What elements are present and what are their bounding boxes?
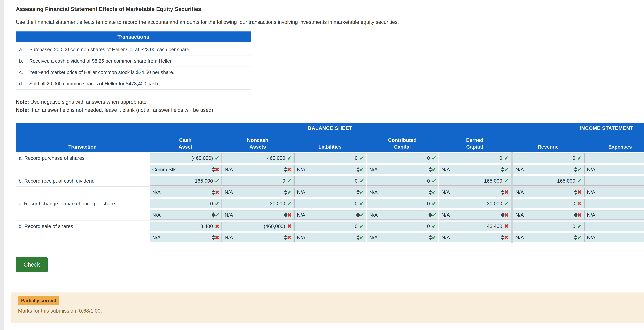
account-select-cell[interactable]: N/A✖ — [222, 210, 294, 220]
amount-input-cell[interactable]: 0✔ — [439, 153, 511, 163]
transaction-label-cell: c. Record change in market price per sha… — [16, 198, 150, 209]
amount-input-cell[interactable]: 30,000✔ — [439, 199, 511, 208]
account-select-cell[interactable]: N/A✔ — [294, 233, 366, 242]
correct-check-icon: ✔ — [577, 167, 582, 173]
amount-value: (460,000) — [264, 224, 285, 229]
amount-value: 165,000 — [557, 178, 575, 184]
account-value: N/A — [516, 190, 524, 195]
amount-input-cell[interactable]: 0✔ — [367, 176, 438, 186]
amount-input-cell[interactable]: 43,400✖ — [439, 222, 511, 231]
account-select-cell[interactable]: N/A✖ — [150, 188, 222, 197]
correct-check-icon: ✔ — [432, 155, 436, 161]
transaction-description: Sold all 20,000 common shares of Heller … — [26, 78, 251, 89]
account-select-cell[interactable]: N/A✔ — [513, 233, 584, 242]
amount-input-cell[interactable]: 0✔ — [513, 222, 584, 231]
amount-input-cell[interactable]: (460,000)✔ — [150, 153, 222, 163]
account-select-cell[interactable]: N/A✖ — [513, 188, 584, 197]
select-indicators: ✔ — [501, 167, 509, 173]
account-select-cell[interactable]: N/A✔ — [294, 188, 366, 197]
correct-check-icon: ✔ — [215, 201, 220, 207]
amount-input-cell[interactable]: 0✔ — [294, 153, 366, 163]
amount-input-cell[interactable]: 13,400✖ — [150, 222, 222, 231]
select-indicators: ✔ — [212, 212, 220, 218]
account-select-cell[interactable]: N/A✔ — [367, 233, 438, 242]
correct-check-icon: ✔ — [215, 178, 220, 184]
transaction-label-cell: b. Record receipt of cash dividend — [16, 175, 150, 187]
amount-input-cell[interactable]: 0✔ — [294, 222, 366, 231]
amount-input-cell[interactable]: 0✔ — [584, 153, 644, 163]
account-select-cell[interactable]: N/A✖ — [439, 233, 511, 242]
transaction-description: Received a cash dividend of $8.25 per co… — [26, 55, 251, 67]
correct-check-icon: ✔ — [577, 224, 582, 229]
account-select-cell[interactable]: N/A✖ — [222, 165, 294, 174]
incorrect-x-icon: ✖ — [287, 224, 292, 229]
select-indicators: ✔ — [428, 235, 436, 240]
amount-input-cell[interactable]: 0✔ — [222, 176, 294, 186]
transaction-label-cell: a. Record purchase of shares — [16, 152, 150, 164]
amount-input-cell[interactable]: 0✔ — [367, 222, 438, 231]
account-value: N/A — [369, 235, 378, 240]
amount-input-cell[interactable]: 0✔ — [584, 176, 644, 186]
transaction-letter: d. — [16, 78, 26, 89]
account-select-cell[interactable]: N/A✖ — [222, 233, 294, 242]
amount-input-cell[interactable]: 165,000✔ — [150, 176, 222, 186]
amount-input-cell[interactable]: 0✖ — [513, 199, 584, 208]
account-value: N/A — [516, 212, 524, 218]
incorrect-x-icon: ✖ — [504, 212, 509, 218]
account-select-cell[interactable]: N/A✔ — [584, 210, 644, 220]
account-select-cell[interactable]: N/A✔ — [367, 165, 438, 174]
amount-input-cell[interactable]: 0✖ — [584, 222, 644, 231]
account-select-cell[interactable]: N/A✖ — [439, 188, 511, 197]
amount-value: 0 — [572, 224, 575, 229]
account-select-cell[interactable]: N/A✔ — [294, 210, 366, 220]
amount-value: 0 — [355, 155, 358, 161]
account-select-cell[interactable]: N/A✔ — [584, 188, 644, 197]
account-select-cell[interactable]: N/A✔ — [150, 210, 222, 220]
account-select-cell[interactable]: N/A✖ — [513, 210, 584, 220]
correct-check-icon: ✔ — [577, 178, 582, 184]
account-select-cell[interactable]: N/A✔ — [439, 165, 511, 174]
income-statement-group-header: INCOME STATEMENT — [512, 123, 644, 133]
amount-input-cell[interactable]: 0✔ — [367, 153, 438, 163]
incorrect-x-icon: ✖ — [215, 235, 220, 240]
account-select-cell[interactable]: N/A✔ — [513, 165, 584, 174]
incorrect-x-icon: ✖ — [504, 224, 509, 229]
amount-input-cell[interactable]: 0✔ — [294, 176, 366, 186]
transaction-label-cell — [16, 164, 150, 175]
account-select-cell[interactable]: N/A✖ — [584, 233, 644, 242]
effects-table-wrapper: BALANCE SHEETINCOME STATEMENTTransaction… — [16, 123, 644, 243]
account-select-cell[interactable]: N/A✔ — [367, 210, 438, 220]
correct-check-icon: ✔ — [577, 235, 582, 240]
check-button[interactable]: Check — [16, 257, 48, 272]
column-header-liabilities: Liabilities — [294, 133, 366, 152]
amount-value: 0 — [427, 178, 430, 184]
account-select-cell[interactable]: N/A✔ — [584, 165, 644, 174]
note-label: Note: — [16, 99, 29, 105]
amount-input-cell[interactable]: 0✔ — [513, 153, 584, 163]
amount-input-cell[interactable]: 0✔ — [294, 199, 366, 208]
amount-input-cell[interactable]: 0✔ — [584, 199, 644, 208]
note-label: Note: — [16, 107, 29, 113]
amount-input-cell[interactable]: 30,000✔ — [222, 199, 294, 208]
account-value: N/A — [516, 235, 524, 240]
amount-input-cell[interactable]: 460,000✔ — [222, 153, 294, 163]
transactions-table-header: Transactions — [16, 32, 251, 42]
correct-check-icon: ✔ — [504, 167, 509, 173]
correct-check-icon: ✔ — [359, 178, 364, 184]
account-value: N/A — [369, 212, 378, 218]
amount-input-cell[interactable]: 0✔ — [150, 199, 222, 208]
account-select-cell[interactable]: N/A✔ — [294, 165, 366, 174]
column-header-revenue: Revenue — [512, 133, 584, 152]
amount-input-cell[interactable]: 165,000✔ — [439, 176, 511, 186]
account-select-cell[interactable]: N/A✔ — [222, 188, 294, 197]
account-value: N/A — [587, 190, 595, 195]
amount-input-cell[interactable]: (460,000)✖ — [222, 222, 294, 231]
account-select-cell[interactable]: N/A✖ — [439, 210, 511, 220]
effects-row-accounts: N/A✖N/A✖N/A✔N/A✔N/A✖N/A✔N/A✖ — [16, 232, 644, 243]
account-select-cell[interactable]: N/A✔ — [367, 188, 438, 197]
account-select-cell[interactable]: Comm Stk✖ — [150, 165, 222, 174]
amount-input-cell[interactable]: 0✔ — [367, 199, 438, 208]
account-select-cell[interactable]: N/A✖ — [150, 233, 222, 242]
amount-input-cell[interactable]: 165,000✔ — [513, 176, 584, 186]
account-value: N/A — [225, 190, 233, 195]
